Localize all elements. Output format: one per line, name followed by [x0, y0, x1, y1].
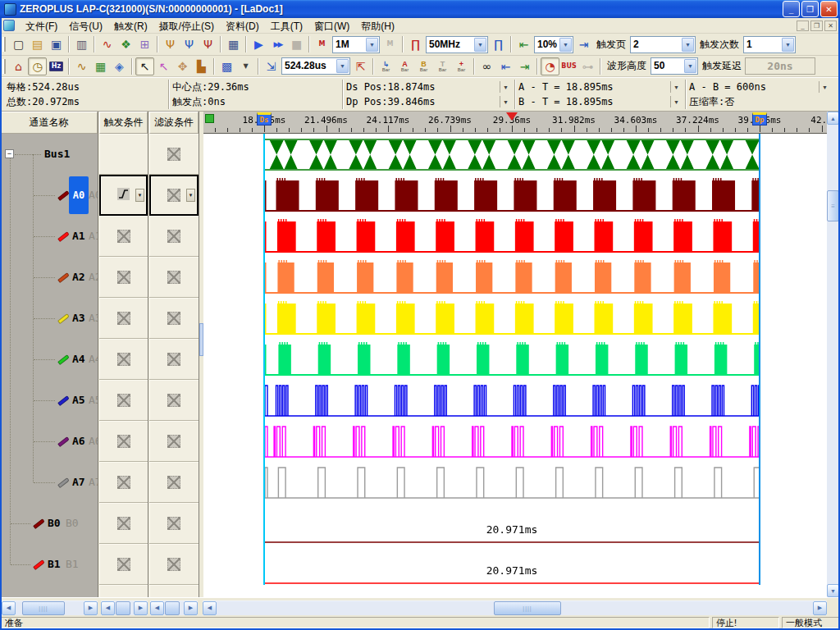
menu-item-7[interactable]: 帮助(H) — [355, 19, 400, 34]
trigger-condition-cell-A1[interactable] — [99, 216, 148, 257]
trigger-page-dropdown-icon[interactable]: ▼ — [682, 38, 694, 52]
waveform-mode-drop-button[interactable]: ▼ — [236, 57, 255, 75]
menu-item-1[interactable]: 信号(U) — [63, 19, 108, 34]
trigger-condition-cell-Bus1[interactable] — [99, 134, 148, 175]
mdi-minimize-button[interactable]: _ — [797, 21, 809, 31]
listing-window-button[interactable]: ▦ — [91, 57, 110, 75]
channel-row-A1[interactable]: A1A1 — [0, 216, 98, 257]
mdi-restore-button[interactable]: ❐ — [810, 21, 823, 31]
channel-row-B1[interactable]: B1B1 — [0, 544, 98, 585]
bus-trigger-button[interactable]: BUS — [559, 57, 578, 75]
menu-item-3[interactable]: 摄取/停止(S) — [153, 19, 220, 34]
open-file-button[interactable]: ▤ — [28, 35, 47, 53]
channel-setup-button[interactable]: ❖ — [116, 35, 135, 53]
vertical-scroll-thumb[interactable]: ≡ — [827, 190, 839, 221]
save-file-button[interactable]: ▣ — [47, 35, 66, 53]
home-button[interactable]: ⌂ — [9, 57, 28, 75]
trigger-condition-cell-A5[interactable] — [99, 380, 148, 421]
toolbar-grip[interactable] — [2, 59, 6, 74]
scroll-thumb[interactable]: |||| — [494, 601, 561, 615]
channel-row-A4[interactable]: A4A4 — [0, 339, 98, 380]
info-dropdown-icon[interactable]: ▼ — [670, 81, 682, 93]
trigger-count-dropdown-icon[interactable]: ▼ — [782, 38, 794, 52]
sample-rate[interactable]: 50MHz▼ — [426, 36, 488, 53]
trigger-pos-right-button[interactable]: ⇥ — [574, 35, 593, 53]
zoom-scale[interactable]: 524.28us▼ — [281, 57, 350, 75]
memory-depth-dropdown-icon[interactable]: ▼ — [366, 38, 378, 52]
goto-trigger-memory-button[interactable]: M — [313, 35, 331, 53]
waveform-mode-button[interactable]: ▩ — [217, 57, 236, 75]
hand-tool-button[interactable]: ✥ — [173, 57, 192, 75]
print-button[interactable]: ▥ — [72, 35, 91, 53]
scroll-up-icon[interactable]: ▲ — [827, 112, 839, 125]
scroll-left-icon[interactable]: ◀ — [203, 601, 217, 615]
select-cursor-button[interactable]: ↖ — [135, 57, 154, 75]
zoom-scale-dropdown-icon[interactable]: ▼ — [336, 59, 349, 73]
info-dropdown-icon[interactable]: ▼ — [819, 81, 830, 93]
menu-item-2[interactable]: 触发(R) — [108, 19, 153, 34]
channel-row-A7[interactable]: A7A7 — [0, 462, 98, 503]
goto-trigger-bar-button[interactable]: ⇱ — [351, 57, 370, 75]
filter-condition-cell-A0[interactable]: ▼ — [149, 175, 199, 216]
trigger-mark-bar-button[interactable]: Ψ — [161, 35, 180, 53]
trigger-count[interactable]: 1▼ — [743, 36, 796, 53]
scroll-thumb[interactable]: |||| — [22, 601, 65, 615]
waveform-canvas[interactable] — [203, 112, 827, 597]
waveform-window-button[interactable]: ∿ — [72, 57, 91, 75]
filter-condition-cell-Bus1[interactable] — [149, 134, 199, 175]
trigger-condition-cell-A3[interactable] — [99, 298, 148, 339]
find-button[interactable]: ∞ — [477, 57, 496, 75]
close-button[interactable]: ✕ — [820, 1, 838, 17]
filter-condition-cell-A3[interactable] — [149, 298, 199, 339]
bar-statistics-button[interactable]: ▙ — [192, 57, 211, 75]
menu-item-5[interactable]: 工具(T) — [265, 19, 308, 34]
filter-dropdown-icon[interactable]: ▼ — [186, 189, 195, 202]
internal-clock-button[interactable]: ∏ — [406, 35, 425, 53]
scroll-right-icon[interactable]: ▶ — [134, 601, 148, 615]
filter-condition-cell-A6[interactable] — [149, 421, 199, 462]
tree-expander-icon[interactable]: − — [5, 149, 14, 158]
filter-condition-cell-A7[interactable] — [149, 462, 199, 503]
trigger-condition-cell-A4[interactable] — [99, 339, 148, 380]
scroll-right-icon[interactable]: ▶ — [184, 601, 198, 615]
dp-marker-flag[interactable]: Dp — [752, 112, 767, 126]
frequency-counter-button[interactable]: Hz — [47, 57, 66, 75]
toolbar-grip[interactable] — [2, 37, 6, 52]
zoom-tool-button[interactable]: ⇲ — [262, 57, 281, 75]
menu-item-4[interactable]: 资料(D) — [220, 19, 265, 34]
scroll-thumb[interactable] — [116, 601, 130, 615]
waveform-pane[interactable]: Ds Dp — [203, 112, 827, 597]
trigger-position-dropdown-icon[interactable]: ▼ — [559, 38, 572, 52]
info-dropdown-icon[interactable]: ▼ — [500, 96, 511, 107]
trigger-page[interactable]: 2▼ — [630, 36, 696, 53]
scroll-left-icon[interactable]: ◀ — [2, 601, 16, 615]
new-file-button[interactable]: ▢ — [9, 35, 28, 53]
filter-condition-cell-A4[interactable] — [149, 339, 199, 380]
channel-row-Bus1[interactable]: −Bus1 — [0, 134, 98, 175]
goto-next-edge-button[interactable]: ⇥ — [515, 57, 534, 75]
filter-condition-cell-A2[interactable] — [149, 257, 199, 298]
channel-name-scrollbar[interactable]: ◀ |||| ▶ — [2, 600, 98, 615]
filter-condition-cell-A5[interactable] — [149, 380, 199, 421]
trigger-condition-cell-A7[interactable] — [99, 462, 148, 503]
trigger-mark-time-button[interactable]: Ψ — [180, 35, 199, 53]
trigger-column-scrollbar[interactable]: ◀ ▶ — [101, 600, 148, 615]
run-single-button[interactable]: ▶ — [249, 35, 268, 53]
sample-rate-dropdown-icon[interactable]: ▼ — [474, 38, 486, 52]
trigger-mark-edge-button[interactable]: Ψ — [199, 35, 217, 53]
filter-condition-cell-B1[interactable] — [149, 544, 199, 585]
channel-row-B0[interactable]: B0B0 — [0, 503, 98, 544]
scroll-left-icon[interactable]: ◀ — [101, 601, 115, 615]
b-bar-button[interactable]: BBar — [414, 57, 433, 75]
group-setup-button[interactable]: ⊞ — [135, 35, 154, 53]
trigger-dropdown-icon[interactable]: ▼ — [135, 189, 144, 202]
channel-row-A0[interactable]: A0A0 — [0, 175, 98, 216]
channel-row-A5[interactable]: A5A5 — [0, 380, 98, 421]
goto-prev-edge-button[interactable]: ⇤ — [496, 57, 515, 75]
trigger-condition-cell-A6[interactable] — [99, 421, 148, 462]
scroll-left-icon[interactable]: ◀ — [150, 601, 164, 615]
trigger-condition-cell-A0[interactable]: ▼ — [99, 175, 148, 216]
scroll-thumb[interactable] — [165, 601, 180, 615]
restore-button[interactable]: ❐ — [801, 1, 819, 17]
scroll-right-icon[interactable]: ▶ — [84, 601, 98, 615]
